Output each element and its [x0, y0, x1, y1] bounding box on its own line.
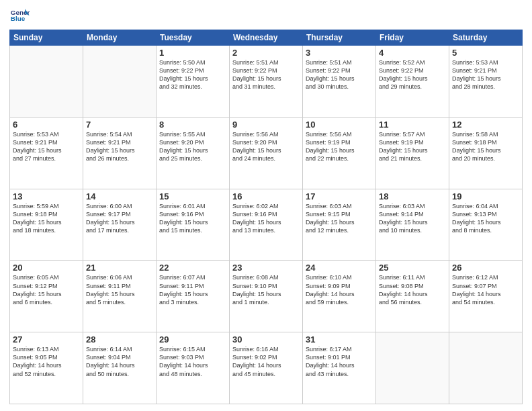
day-info: Sunrise: 6:07 AM Sunset: 9:11 PM Dayligh… [159, 273, 226, 306]
header: General Blue [9, 7, 523, 26]
day-number: 28 [86, 334, 153, 345]
day-cell: 28Sunrise: 6:14 AM Sunset: 9:04 PM Dayli… [83, 332, 157, 404]
day-cell: 12Sunrise: 5:58 AM Sunset: 9:18 PM Dayli… [449, 117, 523, 189]
day-cell: 19Sunrise: 6:04 AM Sunset: 9:13 PM Dayli… [449, 189, 523, 261]
day-info: Sunrise: 6:11 AM Sunset: 9:08 PM Dayligh… [379, 273, 446, 306]
day-number: 17 [306, 191, 373, 201]
day-info: Sunrise: 6:12 AM Sunset: 9:07 PM Dayligh… [452, 273, 519, 306]
day-number: 6 [13, 120, 80, 130]
day-cell: 3Sunrise: 5:51 AM Sunset: 9:22 PM Daylig… [303, 46, 376, 118]
week-row-3: 13Sunrise: 5:59 AM Sunset: 9:18 PM Dayli… [10, 189, 523, 261]
day-info: Sunrise: 5:57 AM Sunset: 9:19 PM Dayligh… [379, 130, 446, 163]
day-info: Sunrise: 6:15 AM Sunset: 9:03 PM Dayligh… [159, 345, 226, 378]
svg-text:Blue: Blue [11, 15, 26, 22]
day-number: 13 [13, 191, 80, 201]
day-cell: 15Sunrise: 6:01 AM Sunset: 9:16 PM Dayli… [157, 189, 230, 261]
logo-icon: General Blue [9, 7, 30, 26]
weekday-header-thursday: Thursday [303, 30, 376, 46]
week-row-4: 20Sunrise: 6:05 AM Sunset: 9:12 PM Dayli… [10, 261, 523, 332]
day-cell: 25Sunrise: 6:11 AM Sunset: 9:08 PM Dayli… [376, 261, 449, 332]
weekday-header-saturday: Saturday [449, 30, 523, 46]
day-info: Sunrise: 5:56 AM Sunset: 9:20 PM Dayligh… [232, 130, 300, 163]
weekday-header-row: SundayMondayTuesdayWednesdayThursdayFrid… [10, 30, 523, 46]
day-info: Sunrise: 6:01 AM Sunset: 9:16 PM Dayligh… [159, 202, 226, 235]
day-cell: 23Sunrise: 6:08 AM Sunset: 9:10 PM Dayli… [230, 261, 303, 332]
day-cell: 17Sunrise: 6:03 AM Sunset: 9:15 PM Dayli… [303, 189, 376, 261]
day-info: Sunrise: 6:06 AM Sunset: 9:11 PM Dayligh… [86, 273, 153, 306]
day-cell: 6Sunrise: 5:53 AM Sunset: 9:21 PM Daylig… [10, 117, 83, 189]
day-number: 2 [232, 48, 300, 58]
day-number: 18 [379, 191, 446, 201]
day-info: Sunrise: 6:14 AM Sunset: 9:04 PM Dayligh… [86, 345, 153, 378]
day-cell: 2Sunrise: 5:51 AM Sunset: 9:22 PM Daylig… [230, 46, 303, 118]
day-number: 12 [452, 120, 519, 130]
day-cell: 10Sunrise: 5:56 AM Sunset: 9:19 PM Dayli… [303, 117, 376, 189]
day-number: 16 [232, 191, 300, 201]
weekday-header-friday: Friday [376, 30, 449, 46]
day-cell: 4Sunrise: 5:52 AM Sunset: 9:22 PM Daylig… [376, 46, 449, 118]
day-number: 31 [306, 334, 373, 345]
day-cell: 27Sunrise: 6:13 AM Sunset: 9:05 PM Dayli… [10, 332, 83, 404]
page: General Blue SundayMondayTuesdayWednesda… [0, 0, 532, 411]
weekday-header-sunday: Sunday [10, 30, 83, 46]
day-cell: 22Sunrise: 6:07 AM Sunset: 9:11 PM Dayli… [157, 261, 230, 332]
day-number: 24 [306, 263, 373, 273]
day-cell: 14Sunrise: 6:00 AM Sunset: 9:17 PM Dayli… [83, 189, 157, 261]
day-info: Sunrise: 6:03 AM Sunset: 9:15 PM Dayligh… [306, 202, 373, 235]
day-cell: 13Sunrise: 5:59 AM Sunset: 9:18 PM Dayli… [10, 189, 83, 261]
day-info: Sunrise: 6:02 AM Sunset: 9:16 PM Dayligh… [232, 202, 300, 235]
day-info: Sunrise: 6:17 AM Sunset: 9:01 PM Dayligh… [306, 345, 373, 378]
week-row-2: 6Sunrise: 5:53 AM Sunset: 9:21 PM Daylig… [10, 117, 523, 189]
weekday-header-wednesday: Wednesday [230, 30, 303, 46]
day-info: Sunrise: 5:51 AM Sunset: 9:22 PM Dayligh… [232, 58, 300, 91]
day-number: 8 [159, 120, 226, 130]
day-info: Sunrise: 6:00 AM Sunset: 9:17 PM Dayligh… [86, 202, 153, 235]
day-number: 27 [13, 334, 80, 345]
day-info: Sunrise: 5:51 AM Sunset: 9:22 PM Dayligh… [306, 58, 373, 91]
day-cell: 8Sunrise: 5:55 AM Sunset: 9:20 PM Daylig… [157, 117, 230, 189]
day-info: Sunrise: 6:08 AM Sunset: 9:10 PM Dayligh… [232, 273, 300, 306]
day-cell: 1Sunrise: 5:50 AM Sunset: 9:22 PM Daylig… [157, 46, 230, 118]
day-cell: 9Sunrise: 5:56 AM Sunset: 9:20 PM Daylig… [230, 117, 303, 189]
day-number: 11 [379, 120, 446, 130]
day-number: 14 [86, 191, 153, 201]
day-number: 30 [232, 334, 300, 345]
day-info: Sunrise: 6:04 AM Sunset: 9:13 PM Dayligh… [452, 202, 519, 235]
day-cell: 18Sunrise: 6:03 AM Sunset: 9:14 PM Dayli… [376, 189, 449, 261]
day-info: Sunrise: 6:16 AM Sunset: 9:02 PM Dayligh… [232, 345, 300, 378]
day-info: Sunrise: 5:58 AM Sunset: 9:18 PM Dayligh… [452, 130, 519, 163]
day-number: 20 [13, 263, 80, 273]
day-info: Sunrise: 5:53 AM Sunset: 9:21 PM Dayligh… [452, 58, 519, 91]
day-number: 7 [86, 120, 153, 130]
week-row-5: 27Sunrise: 6:13 AM Sunset: 9:05 PM Dayli… [10, 332, 523, 404]
day-info: Sunrise: 5:59 AM Sunset: 9:18 PM Dayligh… [13, 202, 80, 235]
day-number: 29 [159, 334, 226, 345]
day-number: 5 [452, 48, 519, 58]
day-cell: 26Sunrise: 6:12 AM Sunset: 9:07 PM Dayli… [449, 261, 523, 332]
day-cell: 20Sunrise: 6:05 AM Sunset: 9:12 PM Dayli… [10, 261, 83, 332]
day-number: 10 [306, 120, 373, 130]
day-cell: 30Sunrise: 6:16 AM Sunset: 9:02 PM Dayli… [230, 332, 303, 404]
day-info: Sunrise: 5:52 AM Sunset: 9:22 PM Dayligh… [379, 58, 446, 91]
day-info: Sunrise: 5:50 AM Sunset: 9:22 PM Dayligh… [159, 58, 226, 91]
day-info: Sunrise: 5:55 AM Sunset: 9:20 PM Dayligh… [159, 130, 226, 163]
weekday-header-tuesday: Tuesday [157, 30, 230, 46]
calendar-table: SundayMondayTuesdayWednesdayThursdayFrid… [9, 30, 523, 404]
day-cell: 16Sunrise: 6:02 AM Sunset: 9:16 PM Dayli… [230, 189, 303, 261]
day-cell: 11Sunrise: 5:57 AM Sunset: 9:19 PM Dayli… [376, 117, 449, 189]
day-cell: 21Sunrise: 6:06 AM Sunset: 9:11 PM Dayli… [83, 261, 157, 332]
day-cell: 31Sunrise: 6:17 AM Sunset: 9:01 PM Dayli… [303, 332, 376, 404]
day-cell [449, 332, 523, 404]
day-number: 25 [379, 263, 446, 273]
day-cell: 5Sunrise: 5:53 AM Sunset: 9:21 PM Daylig… [449, 46, 523, 118]
day-info: Sunrise: 6:13 AM Sunset: 9:05 PM Dayligh… [13, 345, 80, 378]
day-info: Sunrise: 5:54 AM Sunset: 9:21 PM Dayligh… [86, 130, 153, 163]
day-cell [376, 332, 449, 404]
day-cell: 29Sunrise: 6:15 AM Sunset: 9:03 PM Dayli… [157, 332, 230, 404]
day-info: Sunrise: 6:03 AM Sunset: 9:14 PM Dayligh… [379, 202, 446, 235]
weekday-header-monday: Monday [83, 30, 157, 46]
day-number: 1 [159, 48, 226, 58]
day-cell [83, 46, 157, 118]
day-info: Sunrise: 5:56 AM Sunset: 9:19 PM Dayligh… [306, 130, 373, 163]
day-number: 9 [232, 120, 300, 130]
